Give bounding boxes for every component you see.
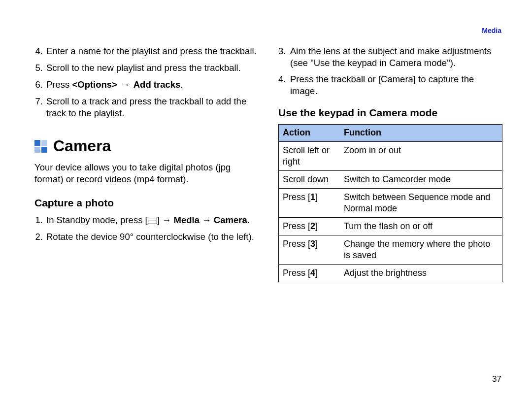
capture-step-1: In Standby mode, press [] → Media → Came… <box>45 214 259 226</box>
step-prefix: Press <box>46 79 72 90</box>
cell-action-bold: 2 <box>310 221 315 231</box>
cell-function: Zoom in or out <box>340 141 502 170</box>
cell-action-bold: 4 <box>310 268 315 278</box>
cell-action-post: ] <box>315 221 318 231</box>
section-bullet-icon <box>34 140 47 153</box>
col-action: Action <box>279 125 340 141</box>
step-bold: Camera <box>214 215 247 225</box>
section-header: Media <box>482 27 501 34</box>
step-bold: Media <box>174 215 200 225</box>
cell-function: Turn the flash on or off <box>340 218 502 235</box>
table-row: Scroll down Switch to Camcorder mode <box>279 170 502 188</box>
step-text: Rotate the device 90° counterclockwise (… <box>46 232 254 242</box>
arrow-icon: → <box>117 79 133 90</box>
cell-function: Change the memory where the photo is sav… <box>340 235 502 265</box>
content-columns: Enter a name for the playlist and press … <box>34 45 506 282</box>
cell-function: Adjust the brightness <box>340 265 502 282</box>
cell-action: Scroll down <box>279 170 340 188</box>
cell-action-pre: Press [ <box>283 268 310 278</box>
cell-action-post: ] <box>315 192 318 202</box>
cell-function: Switch between Sequence mode and Normal … <box>340 188 502 217</box>
playlist-steps: Enter a name for the playlist and press … <box>34 45 259 119</box>
cell-action: Scroll left or right <box>279 141 340 170</box>
camera-intro: Your device allows you to take digital p… <box>34 162 259 185</box>
cell-action: Press [2] <box>279 218 340 235</box>
capture-steps-continued: Aim the lens at the subject and make adj… <box>278 45 502 97</box>
step-suffix: . <box>247 215 250 225</box>
cell-action-bold: 1 <box>310 192 315 202</box>
table-row: Press [3] Change the memory where the ph… <box>279 235 502 265</box>
step-mid: ] <box>157 215 162 225</box>
capture-step-3: Aim the lens at the subject and make adj… <box>289 45 502 69</box>
step-text: Scroll to the new playlist and press the… <box>46 63 241 73</box>
menu-icon <box>148 217 157 224</box>
cell-action-bold: 3 <box>310 239 315 249</box>
cell-action: Press [4] <box>279 265 340 282</box>
capture-step-4: Press the trackball or [Camera] to captu… <box>289 73 502 97</box>
step-6: Press <Options> → Add tracks. <box>45 79 259 91</box>
step-4: Enter a name for the playlist and press … <box>45 45 259 57</box>
arrow-icon: → <box>200 215 214 225</box>
keypad-table: Action Function Scroll left or right Zoo… <box>278 124 502 282</box>
step-bold: Add tracks <box>133 79 181 90</box>
step-7: Scroll to a track and press the trackbal… <box>45 96 259 119</box>
col-function: Function <box>340 125 502 141</box>
cell-action-pre: Press [ <box>283 221 310 231</box>
capture-step-2: Rotate the device 90° counterclockwise (… <box>45 231 259 243</box>
cell-action-pre: Press [ <box>283 192 310 202</box>
step-text: Aim the lens at the subject and make adj… <box>290 46 491 68</box>
right-column: Aim the lens at the subject and make adj… <box>278 45 502 282</box>
capture-steps: In Standby mode, press [] → Media → Came… <box>34 214 259 243</box>
cell-function: Switch to Camcorder mode <box>340 170 502 188</box>
step-text: Scroll to a track and press the trackbal… <box>46 96 246 118</box>
page-number: 37 <box>492 374 501 384</box>
table-row: Press [2] Turn the flash on or off <box>279 218 502 235</box>
step-5: Scroll to the new playlist and press the… <box>45 62 259 74</box>
cell-action-post: ] <box>315 239 318 249</box>
table-row: Press [1] Switch between Sequence mode a… <box>279 188 502 217</box>
step-prefix: In Standby mode, press [ <box>46 215 148 225</box>
subheading-keypad: Use the keypad in Camera mode <box>278 106 502 119</box>
table-row: Scroll left or right Zoom in or out <box>279 141 502 170</box>
section-heading-camera: Camera <box>34 136 259 157</box>
step-text: Press the trackball or [Camera] to captu… <box>290 74 474 96</box>
page: Media Enter a name for the playlist and … <box>0 0 532 399</box>
heading-camera: Camera <box>53 136 111 157</box>
arrow-icon: → <box>162 215 174 225</box>
step-bold: <Options> <box>72 79 117 90</box>
subheading-capture: Capture a photo <box>34 196 259 209</box>
cell-action: Press [1] <box>279 188 340 217</box>
table-row: Press [4] Adjust the brightness <box>279 265 502 282</box>
cell-action: Press [3] <box>279 235 340 265</box>
cell-action-pre: Press [ <box>283 239 310 249</box>
left-column: Enter a name for the playlist and press … <box>34 45 259 282</box>
step-suffix: . <box>180 79 183 90</box>
table-header-row: Action Function <box>279 125 502 141</box>
step-text: Enter a name for the playlist and press … <box>46 46 257 56</box>
cell-action-post: ] <box>315 268 318 278</box>
